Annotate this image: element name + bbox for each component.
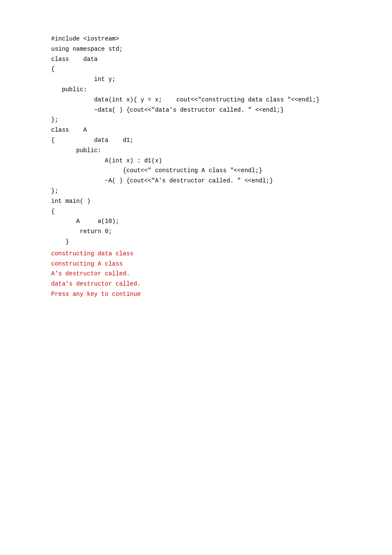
code-line: #include <iostream> [51, 34, 392, 44]
code-line: using namespace std; [51, 44, 392, 55]
output-line: A's destructor called. [51, 269, 392, 279]
code-line: ~data( ) {cout<<"data's destructor calle… [51, 105, 392, 116]
code-line: return 0; [51, 227, 392, 237]
code-line: { data d1; [51, 136, 392, 146]
code-container: #include <iostream>using namespace std;c… [51, 34, 392, 300]
code-line: int y; [51, 75, 392, 85]
code-line: public: [51, 85, 392, 95]
code-line: }; [51, 186, 392, 197]
output-line: constructing A class [51, 259, 392, 269]
code-line: A(int x) : d1(x) [51, 156, 392, 166]
code-line: { [51, 64, 392, 75]
output-line: data's destructor called. [51, 279, 392, 289]
output-line: constructing data class [51, 249, 392, 259]
code-line: int main( ) [51, 197, 392, 207]
code-line: data(int x){ y = x; cout<<"constructing … [51, 95, 392, 105]
code-line: class data [51, 55, 392, 65]
code-line: ~A( ) {cout<<"A's destructor called. " <… [51, 176, 392, 186]
code-line: { [51, 207, 392, 217]
code-line: }; [51, 115, 392, 125]
code-block: #include <iostream>using namespace std;c… [51, 34, 392, 247]
code-line: class A [51, 125, 392, 136]
code-line: A a(10); [51, 217, 392, 227]
output-line: Press any key to continue [51, 289, 392, 300]
code-line: } [51, 237, 392, 247]
code-line: public: [51, 146, 392, 156]
output-block: constructing data class constructing A c… [51, 249, 392, 300]
code-line: {cout<<" constructing A class "<<endl;} [51, 166, 392, 176]
